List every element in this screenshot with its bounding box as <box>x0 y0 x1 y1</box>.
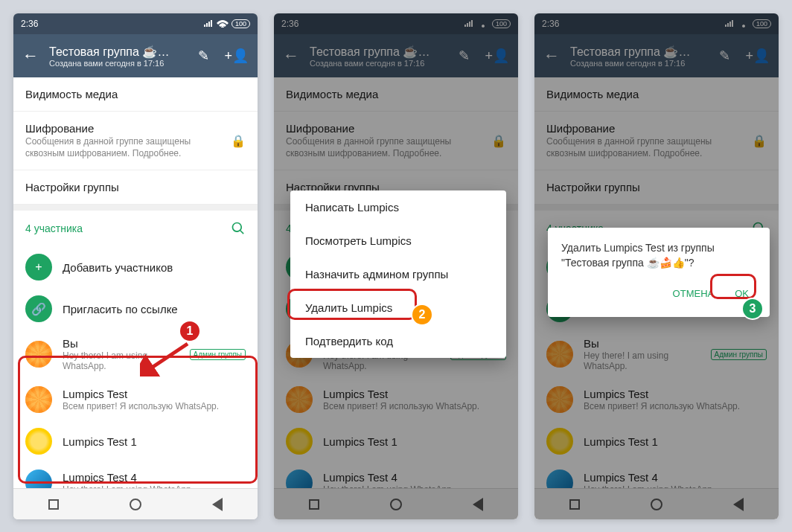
group-subtitle: Создана вами сегодня в 17:16 <box>49 59 198 68</box>
participants-header: 4 участника <box>13 211 258 246</box>
nav-recent[interactable] <box>48 499 59 510</box>
status-icons: 100 <box>203 19 250 28</box>
menu-view[interactable]: Посмотреть Lumpics <box>290 224 506 257</box>
menu-make-admin[interactable]: Назначить админом группы <box>290 257 506 291</box>
menu-write[interactable]: Написать Lumpics <box>290 190 506 224</box>
media-visibility[interactable]: Видимость медиа <box>13 77 258 112</box>
menu-remove[interactable]: Удалить Lumpics <box>290 291 506 324</box>
lock-icon: 🔒 <box>231 134 246 148</box>
avatar <box>25 428 52 455</box>
arrow-icon <box>140 339 194 376</box>
search-icon[interactable] <box>231 221 246 236</box>
plus-icon: + <box>25 254 52 281</box>
member-you[interactable]: Вы Hey there! I am using WhatsApp. Админ… <box>13 330 258 379</box>
phone-1: 2:36 100 ← Тестовая группа ☕… Создана ва… <box>13 13 258 519</box>
edit-icon[interactable]: ✎ <box>198 48 209 64</box>
nav-back[interactable] <box>212 498 223 511</box>
avatar <box>25 341 52 368</box>
context-menu: Написать Lumpics Посмотреть Lumpics Назн… <box>290 190 506 358</box>
navbar <box>13 488 258 519</box>
nav-home[interactable] <box>130 499 141 510</box>
group-settings[interactable]: Настройки группы <box>13 170 258 205</box>
avatar <box>25 386 52 413</box>
battery-icon: 100 <box>231 19 250 28</box>
member-2[interactable]: Lumpics Test 1 <box>13 420 258 462</box>
confirm-text: Удалить Lumpics Test из группы "Тестовая… <box>561 241 756 270</box>
statusbar: 2:36 100 <box>13 13 258 34</box>
add-participants[interactable]: + Добавить участников <box>13 246 258 288</box>
member-1[interactable]: Lumpics Test Всем привет! Я использую Wh… <box>13 379 258 420</box>
header-text: Тестовая группа ☕… Создана вами сегодня … <box>49 45 198 68</box>
badge-3: 3 <box>741 298 764 320</box>
menu-verify[interactable]: Подтвердить код <box>290 324 506 358</box>
cancel-button[interactable]: ОТМЕНА <box>665 283 722 304</box>
phone-3: 2:36 100 ← Тестовая группа ☕…Создана вам… <box>534 13 779 519</box>
encryption[interactable]: Шифрование Сообщения в данной группе защ… <box>13 112 258 170</box>
phone-2: 2:36 100 ← Тестовая группа ☕… Создана ва… <box>274 13 518 519</box>
back-icon[interactable]: ← <box>22 46 39 65</box>
add-member-icon[interactable]: +👤 <box>224 48 249 64</box>
link-icon: 🔗 <box>25 295 52 322</box>
badge-2: 2 <box>411 304 433 326</box>
confirm-dialog: Удалить Lumpics Test из группы "Тестовая… <box>548 228 770 317</box>
svg-line-0 <box>147 344 188 371</box>
header: ← Тестовая группа ☕… Создана вами сегодн… <box>13 34 258 77</box>
admin-badge: Админ группы <box>190 349 246 360</box>
invite-link[interactable]: 🔗 Пригласить по ссылке <box>13 288 258 330</box>
group-title: Тестовая группа ☕… <box>49 45 198 59</box>
time: 2:36 <box>21 19 38 29</box>
